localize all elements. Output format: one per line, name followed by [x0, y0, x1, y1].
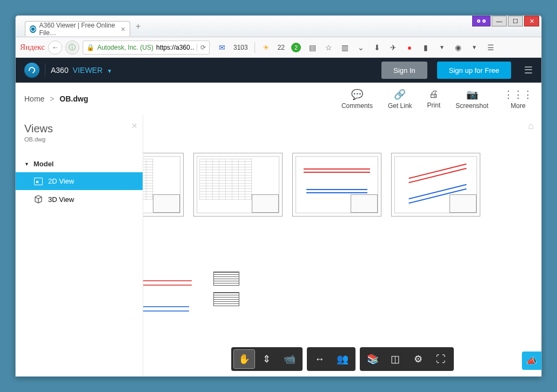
- download-icon[interactable]: ⬇: [372, 43, 382, 52]
- menu-icon[interactable]: ☰: [486, 43, 495, 52]
- browser-tab[interactable]: A360 Viewer | Free Online File… ×: [25, 21, 130, 36]
- measure-button[interactable]: ↔: [309, 349, 331, 369]
- comments-label: Comments: [341, 102, 373, 110]
- toolbar-icons: ✉ 3103 ☀ 22 2 ▤ ☆ ▥ ⌄ ⬇ ✈ ● ▮ ▼ ◉ ▼ ☰: [217, 42, 495, 53]
- views-panel: × Views OB.dwg Model 2D View 3D View: [16, 115, 143, 376]
- identity-button[interactable]: ⓘ: [65, 40, 79, 55]
- signin-button[interactable]: Sign In: [381, 62, 427, 79]
- view3d-label: 3D View: [48, 195, 74, 204]
- nav-back-button[interactable]: ←: [48, 40, 62, 55]
- window-close-button[interactable]: ✕: [524, 16, 539, 26]
- view2d-icon: [34, 178, 43, 185]
- section-button[interactable]: 👥: [332, 349, 353, 369]
- drawing-thumb[interactable]: [213, 292, 239, 306]
- overflow-icon[interactable]: ▼: [469, 43, 479, 52]
- screenshot-label: Screenshot: [455, 102, 488, 110]
- more-addr-icon[interactable]: ▼: [437, 43, 447, 52]
- dot-icon[interactable]: ●: [405, 43, 414, 52]
- views-heading: Views: [24, 123, 134, 135]
- content-area: × Views OB.dwg Model 2D View 3D View ⌂: [16, 115, 541, 376]
- nav-group: ✋ ⇕ 📹: [231, 347, 303, 371]
- tree-leaf-3d[interactable]: 3D View: [16, 190, 143, 208]
- screenshot-tool[interactable]: 📷Screenshot: [455, 89, 488, 110]
- fullscreen-button[interactable]: ⛶: [430, 349, 452, 369]
- print-tool[interactable]: 🖨Print: [427, 89, 441, 110]
- breadcrumb: Home > OB.dwg: [24, 94, 88, 103]
- lock-icon: 🔒: [86, 44, 95, 51]
- browser-window: A360 Viewer | Free Online File… × + — ☐ …: [15, 15, 542, 377]
- home-view-icon[interactable]: ⌂: [528, 120, 534, 132]
- list-icon[interactable]: ▥: [340, 43, 350, 52]
- measure-group: ↔ 👥: [307, 347, 355, 371]
- viewer-canvas[interactable]: ⌂: [143, 115, 541, 376]
- signup-button[interactable]: Sign up for Free: [437, 62, 511, 79]
- battery-icon[interactable]: ▮: [421, 43, 431, 52]
- close-panel-icon[interactable]: ×: [131, 120, 137, 132]
- new-tab-button[interactable]: +: [136, 22, 140, 31]
- play-icon[interactable]: ◉: [453, 43, 463, 52]
- drawing-thumb[interactable]: [391, 153, 480, 217]
- send-icon[interactable]: ✈: [388, 43, 398, 52]
- breadcrumb-home[interactable]: Home: [24, 94, 44, 103]
- reader-icon[interactable]: ▤: [307, 43, 317, 52]
- getlink-tool[interactable]: 🔗Get Link: [388, 89, 412, 110]
- address-bar: Яндекс ← ⓘ 🔒 Autodesk, Inc. (US) ⟳ ✉ 310…: [16, 37, 541, 58]
- mail-icon[interactable]: ✉: [217, 43, 227, 52]
- drawing-row-1: [143, 153, 480, 217]
- app-header: A360 VIEWER ▼ Sign In Sign up for Free ☰: [16, 58, 541, 83]
- chevron-down-icon: ▼: [107, 68, 112, 74]
- comments-tool[interactable]: 💬Comments: [341, 89, 373, 110]
- fit-button[interactable]: ⇕: [256, 349, 278, 369]
- print-icon: 🖨: [429, 89, 439, 100]
- minimize-button[interactable]: —: [492, 16, 507, 26]
- settings-button[interactable]: ⚙: [407, 349, 429, 369]
- tree-node-model[interactable]: Model: [16, 156, 143, 172]
- layers-button[interactable]: 📚: [362, 349, 384, 369]
- weather-temp: 22: [278, 44, 285, 51]
- more-tool[interactable]: ⋮⋮⋮More: [504, 89, 533, 110]
- tab-close-icon[interactable]: ×: [121, 25, 125, 33]
- drawing-mini-stack: [213, 272, 239, 306]
- maximize-button[interactable]: ☐: [508, 16, 523, 26]
- print-label: Print: [427, 102, 441, 109]
- a360-logo-icon[interactable]: [24, 63, 39, 78]
- weather-icon[interactable]: ☀: [261, 43, 271, 52]
- pocket-icon[interactable]: ⌄: [356, 43, 366, 52]
- drawing-thumb[interactable]: [143, 153, 184, 217]
- brand-label[interactable]: A360 VIEWER ▼: [51, 66, 112, 75]
- url-input[interactable]: [156, 44, 194, 51]
- grid-icon: ⋮⋮⋮: [504, 89, 533, 100]
- app-menu-icon[interactable]: ☰: [524, 64, 533, 76]
- vpn-button[interactable]: [472, 16, 491, 26]
- drawing-thumb[interactable]: [193, 153, 283, 217]
- tree-leaf-2d[interactable]: 2D View: [16, 172, 143, 190]
- mail-count: 3103: [233, 44, 248, 51]
- pan-button[interactable]: ✋: [233, 349, 255, 369]
- properties-button[interactable]: ◫: [385, 349, 406, 369]
- window-controls: — ☐ ✕: [472, 16, 539, 26]
- reload-icon[interactable]: ⟳: [197, 44, 206, 51]
- camera-button[interactable]: 📹: [279, 349, 300, 369]
- cert-org: Autodesk, Inc. (US): [97, 44, 153, 51]
- brand-sub: VIEWER: [73, 66, 103, 75]
- view2d-label: 2D View: [48, 177, 74, 185]
- drawing-thumb[interactable]: [143, 255, 208, 336]
- drawing-thumb[interactable]: [292, 153, 381, 217]
- settings-group: 📚 ◫ ⚙ ⛶: [360, 347, 454, 371]
- camera-icon: 📷: [466, 89, 478, 100]
- brand-separator: [45, 64, 45, 77]
- bookmark-icon[interactable]: ☆: [324, 43, 333, 52]
- search-provider-label[interactable]: Яндекс: [20, 43, 45, 52]
- comments-icon: 💬: [351, 89, 363, 100]
- breadcrumb-sep: >: [50, 94, 54, 103]
- model-label: Model: [33, 160, 54, 168]
- tab-favicon-icon: [30, 25, 36, 33]
- more-label: More: [511, 102, 525, 110]
- views-filename: OB.dwg: [24, 136, 134, 143]
- drawing-thumb[interactable]: [213, 272, 239, 286]
- link-icon: 🔗: [394, 89, 406, 100]
- feedback-button[interactable]: 📣: [522, 352, 541, 370]
- doc-tools: 💬Comments 🔗Get Link 🖨Print 📷Screenshot ⋮…: [341, 89, 533, 110]
- url-box[interactable]: 🔒 Autodesk, Inc. (US) ⟳: [83, 40, 210, 55]
- badge-icon[interactable]: 2: [291, 43, 301, 52]
